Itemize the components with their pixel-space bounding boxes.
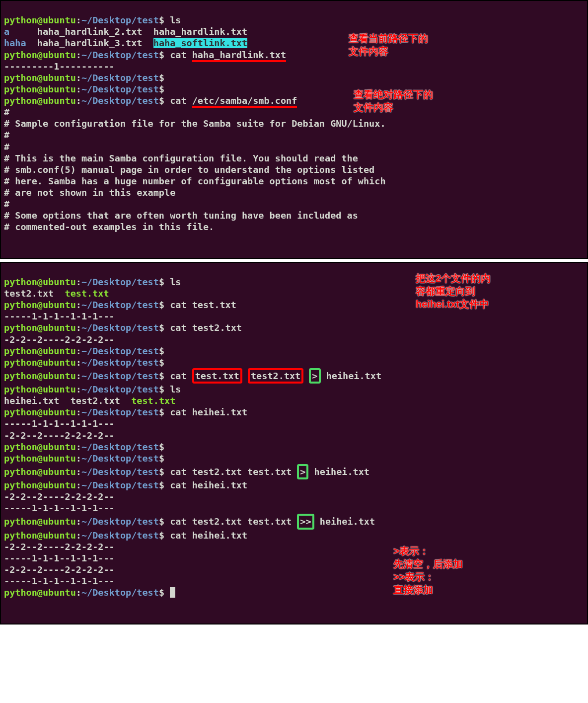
cmd-ls: ls <box>164 277 181 287</box>
ls2-item-test: test.txt <box>131 395 175 406</box>
heihei3-out3: -2-2--2----2-2-2-2-- <box>4 564 115 575</box>
cmd-cat-heihei3: cat heihei.txt <box>164 530 247 541</box>
append-op: >> <box>297 514 314 529</box>
smb-line: # are not shown in this example <box>4 187 175 198</box>
cmd-cat-heihei2: cat heihei.txt <box>164 480 247 490</box>
redirect-file1: test.txt <box>192 368 242 384</box>
ls-item-test2: test2.txt <box>4 288 54 299</box>
cat1-output: ---------1---------- <box>4 61 115 72</box>
redirect-target-rev: heihei.txt <box>308 467 369 477</box>
ls2-item-heihei: heihei.txt <box>4 395 59 406</box>
heihei2-out1: -2-2--2----2-2-2-2-- <box>4 491 115 502</box>
cmd-ls: ls <box>164 15 181 25</box>
heihei-out2: -2-2--2----2-2-2-2-- <box>4 430 115 441</box>
annotation-redirect: 把这2个文件的内容都重定向到heihei.txt文件中 <box>416 272 495 311</box>
redirect-op: > <box>309 368 320 384</box>
append-target: heihei.txt <box>314 516 375 527</box>
smb-line: # This is the main Samba configuration f… <box>4 153 358 163</box>
cat1-file: haha_hardlink.txt <box>192 50 286 62</box>
annotation-operators: >表示： 先清空，后添加 >>表示： 直接添加 <box>393 545 493 596</box>
prompt-sep: : <box>76 15 81 25</box>
cat-test-output: -----1-1-1--1-1-1--- <box>4 311 115 321</box>
ls-item-hl3: haha_hardlink_3.txt <box>37 38 143 48</box>
smb-line: # <box>4 142 9 152</box>
ls-item-test: test.txt <box>65 288 109 299</box>
annotation-current-path: 查看当前路径下的文件内容 <box>349 32 428 58</box>
heihei3-out2: -----1-1-1--1-1-1--- <box>4 553 115 563</box>
ls-item-hl2: haha_hardlink_2.txt <box>37 26 143 37</box>
smb-line: # <box>4 130 9 140</box>
redirect-target: heihei.txt <box>321 371 382 381</box>
cmd-cat-heihei: cat heihei.txt <box>164 407 247 417</box>
cmd-cat-test2: cat test2.txt <box>164 322 242 333</box>
smb-line: # commented-out examples in this file. <box>4 222 214 232</box>
cmd-cat2: cat <box>164 95 192 106</box>
ls2-item-test2: test2.txt <box>71 395 120 406</box>
redirect-file2: test2.txt <box>248 368 303 384</box>
heihei3-out4: -----1-1-1--1-1-1--- <box>4 576 115 586</box>
cmd-cat-append: cat test2.txt test.txt <box>164 516 297 527</box>
redirect-op-rev: > <box>297 464 308 479</box>
heihei2-out2: -----1-1-1--1-1-1--- <box>4 503 115 513</box>
cmd-ls2: ls <box>164 384 181 394</box>
cat2-file: /etc/samba/smb.conf <box>192 95 297 108</box>
prompt-user: python@ubuntu <box>4 15 76 25</box>
smb-line: # <box>4 107 9 117</box>
smb-line: # smb.conf(5) manual page in order to un… <box>4 164 374 175</box>
cmd-cat-both: cat <box>164 371 192 381</box>
ls-item-a: a <box>4 26 9 37</box>
cmd-cat1: cat <box>164 50 192 60</box>
terminal-screenshot-1: python@ubuntu:~/Desktop/test$ ls a haha_… <box>0 0 588 259</box>
smb-line: # here. Samba has a huge number of confi… <box>4 176 386 186</box>
prompt-path: ~/Desktop/test <box>81 15 159 25</box>
annotation-absolute-path: 查看绝对路径下的文件内容 <box>354 88 433 114</box>
cmd-cat-rev: cat test2.txt test.txt <box>164 467 297 477</box>
cursor <box>170 587 175 598</box>
smb-line: # <box>4 199 9 209</box>
ls-item-hl: haha_hardlink.txt <box>153 26 247 37</box>
cmd-cat-test: cat test.txt <box>164 300 236 310</box>
terminal-screenshot-2: python@ubuntu:~/Desktop/test$ ls test2.t… <box>0 262 588 625</box>
ls-item-haha: haha <box>4 38 26 48</box>
heihei-out1: -----1-1-1--1-1-1--- <box>4 418 115 429</box>
cat-test2-output: -2-2--2----2-2-2-2-- <box>4 334 115 345</box>
smb-line: # Sample configuration file for the Samb… <box>4 118 386 129</box>
smb-line: # Some options that are often worth tuni… <box>4 210 358 221</box>
ls-item-softlink: haha_softlink.txt <box>153 38 247 48</box>
prompt-dollar: $ <box>159 15 164 25</box>
heihei3-out1: -2-2--2----2-2-2-2-- <box>4 542 115 552</box>
